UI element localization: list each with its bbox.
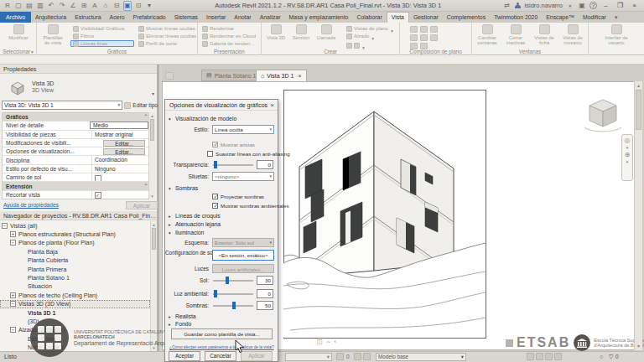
zoom-icon[interactable]: ⊕ — [625, 151, 631, 158]
tree-item[interactable]: (3D) — [0, 317, 150, 325]
view-on-sheet-icon[interactable] — [430, 26, 438, 33]
tree-expander-icon[interactable]: − — [10, 301, 16, 307]
tree-item[interactable]: Este Copia 1 — [0, 334, 150, 343]
minimize-button[interactable]: – — [600, 2, 611, 9]
elevation-button[interactable]: Alzado — [344, 33, 396, 39]
matchline-icon[interactable] — [420, 34, 428, 41]
property-row[interactable]: Modificaciones de visibili... Editar... — [3, 139, 150, 147]
search-icon[interactable]: ⇄ — [503, 2, 512, 10]
style-combo[interactable]: Línea oculta▾ — [212, 125, 274, 134]
filter-icon[interactable]: ▽ — [609, 354, 613, 360]
render-in-cloud-button[interactable]: Renderizar en Cloud — [200, 33, 260, 39]
scroll-up-icon[interactable]: ▴ — [151, 221, 157, 228]
open-icon[interactable]: ▢ — [14, 2, 23, 10]
panel-label-graficos[interactable]: Gráficos — [37, 48, 197, 55]
cast-shadows-checkbox[interactable]: Proyectar sombras — [212, 193, 264, 200]
view-cube[interactable] — [583, 97, 626, 137]
print-icon[interactable]: ▥ — [36, 2, 44, 10]
project-browser-title[interactable]: Navegador de proyectos - RV.S8.DR.AR1 Ca… — [0, 211, 157, 220]
design-option-combo[interactable]: Modelo base▾ — [376, 353, 466, 361]
property-row[interactable]: Nivel de detalle Medio — [3, 122, 150, 130]
slider-thumb[interactable] — [226, 277, 229, 284]
section-model-display[interactable]: ▾Visualización de modelo — [169, 115, 274, 122]
customize-icon[interactable]: ▾ — [145, 2, 153, 10]
ribbon-tab[interactable]: Acero — [106, 12, 129, 23]
tree-item[interactable]: Planta Sótano 1 — [0, 273, 150, 282]
wheel-chevron-icon[interactable]: ▾ — [626, 146, 629, 149]
ribbon-tab[interactable]: Arquitectura — [31, 12, 70, 23]
restore-button[interactable]: ❐ — [615, 2, 626, 9]
view-templates-button[interactable]: Plantillas de vista — [40, 24, 65, 45]
slider-thumb[interactable] — [214, 161, 217, 168]
full-navigation-wheel-icon[interactable]: ◎ — [625, 137, 631, 144]
redo-icon[interactable]: ↷ — [58, 2, 66, 10]
apply-button[interactable]: Aplicar — [126, 201, 158, 209]
ribbon-tab[interactable]: Prefabricado — [129, 12, 170, 23]
sheet-icon[interactable] — [410, 26, 418, 33]
tree-expander-icon[interactable]: − — [10, 240, 16, 246]
tree-item[interactable]: Planta Primera — [0, 265, 150, 273]
silhouettes-combo[interactable]: <ninguno>▾ — [212, 172, 274, 181]
scroll-thumb[interactable] — [636, 90, 641, 130]
help-icon[interactable]: ? — [589, 2, 597, 9]
sun-slider[interactable] — [213, 276, 253, 285]
save-as-view-template-button[interactable]: Guardar como plantilla de vista... — [171, 328, 273, 339]
text-icon[interactable]: A — [91, 2, 99, 10]
ribbon-tab[interactable]: Estructura — [70, 12, 105, 23]
remove-hidden-lines-button[interactable]: Eliminar líneas ocultas — [136, 33, 198, 39]
scroll-down-icon[interactable]: ▾ — [151, 344, 157, 351]
ribbon-tab[interactable]: Anotar — [230, 12, 255, 23]
panel-label-crear[interactable]: Crear — [262, 48, 399, 55]
tree-item[interactable]: + Planos de techo (Ceiling Plan) — [0, 291, 150, 299]
artificial-lights-button[interactable]: Luces artificiales... — [212, 264, 274, 273]
workset-combo[interactable]: ▾ — [285, 353, 332, 361]
ribbon-tab[interactable]: Twinmotion 2020 — [490, 12, 542, 23]
preview-chevron-icon[interactable]: ▾ — [152, 90, 154, 96]
modify-button[interactable]: Modificar — [6, 24, 31, 40]
thin-lines-button[interactable]: Líneas finas — [70, 40, 134, 47]
sun-settings-button[interactable]: <En sesión, estático> — [212, 250, 274, 261]
cut-profile-button[interactable]: Perfil de corte — [136, 40, 198, 47]
revit-logo[interactable]: R — [3, 2, 12, 10]
scroll-up-icon[interactable]: ▴ — [635, 81, 642, 90]
tree-item[interactable]: + Planos estructurales (Structural Plan) — [0, 230, 150, 238]
section-background[interactable]: ▸Fondo — [169, 320, 274, 328]
visual-style-icon[interactable]: ◫ — [317, 339, 323, 345]
section-icon[interactable]: ⊟ — [112, 2, 121, 10]
store-icon[interactable]: ▣ — [578, 2, 586, 10]
section-sketchy-lines[interactable]: ▸Líneas de croquis — [169, 212, 274, 220]
section-lighting[interactable]: ▾Iluminación — [169, 229, 274, 236]
titleblock-icon[interactable] — [420, 26, 428, 33]
property-row[interactable]: Recortar vista — [3, 191, 150, 199]
property-row[interactable]: Visibilidad de piezas Mostrar original — [3, 131, 150, 139]
section-depth-cueing[interactable]: ▸Atenuación lejana — [169, 220, 274, 228]
tab-views-button[interactable]: Vistas de ficha — [531, 24, 558, 45]
show-hidden-lines-button[interactable]: Mostrar líneas ocultas — [136, 25, 198, 32]
visibility-graphics-button[interactable]: Visibilidad/ Gráficos — [70, 25, 134, 32]
tree-expander-icon[interactable]: − — [10, 327, 16, 333]
ribbon-tab[interactable]: Complementos — [443, 12, 490, 23]
transparency-slider[interactable] — [213, 160, 253, 169]
view-tab-active[interactable]: ⌂ Vista 3D 1 × — [256, 70, 307, 81]
tree-expander-icon[interactable]: + — [10, 292, 16, 298]
dialog-help-link[interactable]: ¿Cómo afectan estos parámetros a los grá… — [169, 344, 274, 349]
guide-grid-icon[interactable] — [410, 34, 418, 41]
tree-expander-icon[interactable]: − — [2, 223, 8, 229]
ribbon-tab[interactable]: Analizar — [256, 12, 285, 23]
properties-scrollbar[interactable]: ▴ ▾ — [148, 112, 155, 199]
panel-label-ventanas[interactable]: Ventanas — [472, 48, 588, 55]
panel-label-presentacion[interactable]: Presentación — [198, 48, 261, 55]
section-realistic[interactable]: ▸Realista — [169, 313, 274, 320]
show-edges-checkbox[interactable]: Mostrar aristas — [212, 141, 255, 148]
switch-windows-button[interactable]: Cambiar ventanas — [474, 24, 501, 45]
ribbon-tab[interactable]: Archivo — [0, 12, 31, 23]
ambient-light-slider[interactable] — [213, 289, 253, 298]
signed-in-user[interactable]: isidro.navarro — [525, 2, 563, 9]
scroll-down-icon[interactable]: ▾ — [149, 193, 155, 199]
sync-icon[interactable]: ⊡ — [134, 2, 143, 10]
edit-type-icon[interactable] — [124, 102, 131, 109]
tree-item[interactable]: − Vistas 3D (3D View) — [0, 300, 150, 308]
plan-views-button[interactable]: Vistas de plano — [344, 25, 396, 32]
property-row[interactable]: Camino de sol — [3, 173, 150, 182]
vertical-scrollbar[interactable]: ▴ ▾ — [634, 81, 642, 350]
